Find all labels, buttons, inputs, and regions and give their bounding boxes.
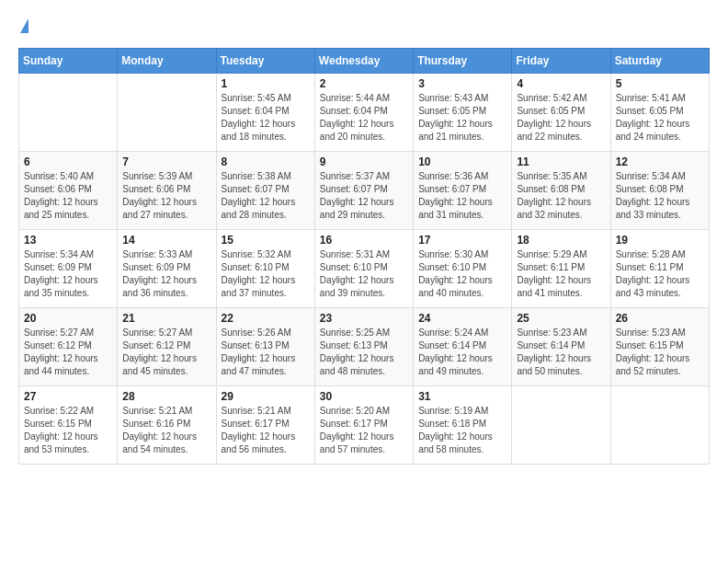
day-number: 10 [418,155,506,168]
day-info: Sunrise: 5:26 AM Sunset: 6:13 PM Dayligh… [222,327,310,378]
week-row-3: 13Sunrise: 5:34 AM Sunset: 6:09 PM Dayli… [19,230,710,308]
logo [18,18,28,33]
day-cell: 27Sunrise: 5:22 AM Sunset: 6:15 PM Dayli… [19,386,118,465]
day-info: Sunrise: 5:25 AM Sunset: 6:13 PM Dayligh… [320,327,408,378]
day-info: Sunrise: 5:31 AM Sunset: 6:10 PM Dayligh… [320,248,408,300]
day-info: Sunrise: 5:33 AM Sunset: 6:09 PM Dayligh… [122,248,210,300]
calendar-table: SundayMondayTuesdayWednesdayThursdayFrid… [18,48,710,465]
day-number: 17 [418,234,506,247]
weekday-header-wednesday: Wednesday [314,49,413,74]
day-info: Sunrise: 5:34 AM Sunset: 6:08 PM Dayligh… [616,170,704,222]
day-info: Sunrise: 5:23 AM Sunset: 6:14 PM Dayligh… [517,327,605,378]
day-cell: 28Sunrise: 5:21 AM Sunset: 6:16 PM Dayli… [118,386,216,465]
day-info: Sunrise: 5:44 AM Sunset: 6:04 PM Dayligh… [320,92,408,144]
day-cell: 22Sunrise: 5:26 AM Sunset: 6:13 PM Dayli… [216,308,314,386]
day-info: Sunrise: 5:28 AM Sunset: 6:11 PM Dayligh… [616,248,704,300]
day-number: 11 [517,155,605,168]
day-number: 8 [222,155,310,168]
day-cell [512,386,610,465]
weekday-header-row: SundayMondayTuesdayWednesdayThursdayFrid… [19,49,710,74]
day-number: 30 [320,390,408,403]
day-cell: 17Sunrise: 5:30 AM Sunset: 6:10 PM Dayli… [414,230,512,308]
week-row-4: 20Sunrise: 5:27 AM Sunset: 6:12 PM Dayli… [19,308,710,386]
day-number: 14 [122,234,210,247]
day-cell: 11Sunrise: 5:35 AM Sunset: 6:08 PM Dayli… [512,152,610,230]
day-info: Sunrise: 5:37 AM Sunset: 6:07 PM Dayligh… [320,170,408,222]
day-cell: 29Sunrise: 5:21 AM Sunset: 6:17 PM Dayli… [216,386,314,465]
day-cell: 14Sunrise: 5:33 AM Sunset: 6:09 PM Dayli… [118,230,216,308]
day-number: 23 [320,312,408,325]
day-number: 31 [418,390,506,403]
day-info: Sunrise: 5:34 AM Sunset: 6:09 PM Dayligh… [24,248,112,300]
day-number: 18 [517,234,605,247]
day-cell: 7Sunrise: 5:39 AM Sunset: 6:06 PM Daylig… [118,152,216,230]
day-cell: 19Sunrise: 5:28 AM Sunset: 6:11 PM Dayli… [610,230,709,308]
day-info: Sunrise: 5:30 AM Sunset: 6:10 PM Dayligh… [418,248,506,300]
weekday-header-monday: Monday [118,49,216,74]
week-row-2: 6Sunrise: 5:40 AM Sunset: 6:06 PM Daylig… [19,152,710,230]
day-number: 5 [616,77,704,90]
day-info: Sunrise: 5:20 AM Sunset: 6:17 PM Dayligh… [320,405,408,456]
day-cell: 23Sunrise: 5:25 AM Sunset: 6:13 PM Dayli… [314,308,413,386]
day-cell [118,74,216,152]
day-number: 6 [24,155,112,168]
weekday-header-saturday: Saturday [610,49,709,74]
day-cell [19,74,118,152]
day-info: Sunrise: 5:21 AM Sunset: 6:16 PM Dayligh… [122,405,210,456]
day-number: 2 [320,77,408,90]
day-info: Sunrise: 5:40 AM Sunset: 6:06 PM Dayligh… [24,170,112,222]
day-number: 22 [222,312,310,325]
week-row-5: 27Sunrise: 5:22 AM Sunset: 6:15 PM Dayli… [19,386,710,465]
day-info: Sunrise: 5:43 AM Sunset: 6:05 PM Dayligh… [418,92,506,144]
day-number: 29 [222,390,310,403]
day-cell: 18Sunrise: 5:29 AM Sunset: 6:11 PM Dayli… [512,230,610,308]
day-info: Sunrise: 5:19 AM Sunset: 6:18 PM Dayligh… [418,405,506,456]
day-info: Sunrise: 5:21 AM Sunset: 6:17 PM Dayligh… [222,405,310,456]
day-number: 28 [122,390,210,403]
day-cell: 16Sunrise: 5:31 AM Sunset: 6:10 PM Dayli… [314,230,413,308]
weekday-header-tuesday: Tuesday [216,49,314,74]
day-cell: 9Sunrise: 5:37 AM Sunset: 6:07 PM Daylig… [314,152,413,230]
header [18,18,710,33]
day-number: 26 [616,312,704,325]
day-cell: 3Sunrise: 5:43 AM Sunset: 6:05 PM Daylig… [414,74,512,152]
day-cell: 31Sunrise: 5:19 AM Sunset: 6:18 PM Dayli… [414,386,512,465]
day-info: Sunrise: 5:35 AM Sunset: 6:08 PM Dayligh… [517,170,605,222]
day-info: Sunrise: 5:29 AM Sunset: 6:11 PM Dayligh… [517,248,605,300]
day-cell: 15Sunrise: 5:32 AM Sunset: 6:10 PM Dayli… [216,230,314,308]
day-number: 15 [222,234,310,247]
day-info: Sunrise: 5:42 AM Sunset: 6:05 PM Dayligh… [517,92,605,144]
day-number: 1 [222,77,310,90]
day-info: Sunrise: 5:27 AM Sunset: 6:12 PM Dayligh… [24,327,112,378]
day-info: Sunrise: 5:41 AM Sunset: 6:05 PM Dayligh… [616,92,704,144]
day-number: 19 [616,234,704,247]
day-cell [610,386,709,465]
day-cell: 20Sunrise: 5:27 AM Sunset: 6:12 PM Dayli… [19,308,118,386]
day-cell: 2Sunrise: 5:44 AM Sunset: 6:04 PM Daylig… [314,74,413,152]
day-info: Sunrise: 5:24 AM Sunset: 6:14 PM Dayligh… [418,327,506,378]
day-info: Sunrise: 5:39 AM Sunset: 6:06 PM Dayligh… [122,170,210,222]
day-info: Sunrise: 5:23 AM Sunset: 6:15 PM Dayligh… [616,327,704,378]
weekday-header-friday: Friday [512,49,610,74]
day-number: 9 [320,155,408,168]
day-number: 4 [517,77,605,90]
weekday-header-sunday: Sunday [19,49,118,74]
day-cell: 6Sunrise: 5:40 AM Sunset: 6:06 PM Daylig… [19,152,118,230]
day-number: 16 [320,234,408,247]
day-cell: 30Sunrise: 5:20 AM Sunset: 6:17 PM Dayli… [314,386,413,465]
day-cell: 8Sunrise: 5:38 AM Sunset: 6:07 PM Daylig… [216,152,314,230]
day-cell: 5Sunrise: 5:41 AM Sunset: 6:05 PM Daylig… [610,74,709,152]
day-cell: 10Sunrise: 5:36 AM Sunset: 6:07 PM Dayli… [414,152,512,230]
day-info: Sunrise: 5:36 AM Sunset: 6:07 PM Dayligh… [418,170,506,222]
day-number: 27 [24,390,112,403]
day-cell: 24Sunrise: 5:24 AM Sunset: 6:14 PM Dayli… [414,308,512,386]
logo-triangle-icon [20,18,28,33]
day-info: Sunrise: 5:38 AM Sunset: 6:07 PM Dayligh… [222,170,310,222]
day-number: 12 [616,155,704,168]
day-cell: 21Sunrise: 5:27 AM Sunset: 6:12 PM Dayli… [118,308,216,386]
day-number: 25 [517,312,605,325]
day-cell: 4Sunrise: 5:42 AM Sunset: 6:05 PM Daylig… [512,74,610,152]
day-number: 21 [122,312,210,325]
day-cell: 26Sunrise: 5:23 AM Sunset: 6:15 PM Dayli… [610,308,709,386]
day-number: 24 [418,312,506,325]
